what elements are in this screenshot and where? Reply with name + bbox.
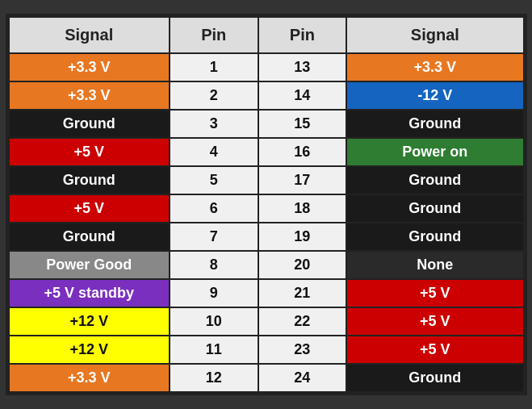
header-pin-right: Pin bbox=[258, 17, 347, 53]
right-signal-cell: +5 V bbox=[346, 336, 523, 364]
pin-right-cell: 21 bbox=[258, 279, 347, 307]
left-signal-cell: +5 V bbox=[9, 194, 170, 223]
pin-left-cell: 8 bbox=[170, 251, 258, 279]
pin-left-cell: 4 bbox=[170, 138, 258, 166]
left-signal-cell: +3.3 V bbox=[9, 53, 170, 81]
left-signal-cell: Power Good bbox=[9, 251, 170, 279]
pin-right-cell: 14 bbox=[258, 81, 347, 110]
header-pin-left: Pin bbox=[170, 17, 258, 53]
left-signal-cell: +3.3 V bbox=[9, 364, 170, 392]
pin-right-cell: 22 bbox=[258, 307, 347, 336]
pin-right-cell: 23 bbox=[258, 336, 347, 364]
table-row: Ground517Ground bbox=[9, 166, 524, 194]
left-signal-cell: Ground bbox=[9, 110, 170, 138]
pin-left-cell: 1 bbox=[170, 53, 258, 81]
right-signal-cell: None bbox=[346, 251, 523, 279]
left-signal-cell: +12 V bbox=[9, 307, 170, 336]
pin-left-cell: 2 bbox=[170, 81, 258, 110]
pin-left-cell: 9 bbox=[170, 279, 258, 307]
table-row: +5 V416Power on bbox=[9, 138, 524, 166]
left-signal-cell: +12 V bbox=[9, 336, 170, 364]
table-row: +12 V1022+5 V bbox=[9, 307, 524, 336]
table-row: Power Good820None bbox=[9, 251, 524, 279]
header-signal-left: Signal bbox=[9, 17, 170, 53]
table-row: Ground719Ground bbox=[9, 223, 524, 251]
header-signal-right: Signal bbox=[346, 17, 523, 53]
table-row: +5 V standby921+5 V bbox=[9, 279, 524, 307]
table-row: +3.3 V113+3.3 V bbox=[9, 53, 524, 81]
pin-right-cell: 17 bbox=[258, 166, 347, 194]
pin-left-cell: 12 bbox=[170, 364, 258, 392]
pin-left-cell: 7 bbox=[170, 223, 258, 251]
right-signal-cell: Ground bbox=[346, 223, 523, 251]
pin-left-cell: 11 bbox=[170, 336, 258, 364]
right-signal-cell: Ground bbox=[346, 364, 523, 392]
table-row: +3.3 V1224Ground bbox=[9, 364, 524, 392]
left-signal-cell: +5 V standby bbox=[9, 279, 170, 307]
table-row: +3.3 V214-12 V bbox=[9, 81, 524, 110]
left-signal-cell: Ground bbox=[9, 223, 170, 251]
table-row: Ground315Ground bbox=[9, 110, 524, 138]
right-signal-cell: +5 V bbox=[346, 279, 523, 307]
pin-right-cell: 20 bbox=[258, 251, 347, 279]
pin-right-cell: 13 bbox=[258, 53, 347, 81]
pin-right-cell: 19 bbox=[258, 223, 347, 251]
pin-left-cell: 5 bbox=[170, 166, 258, 194]
right-signal-cell: Ground bbox=[346, 194, 523, 223]
pin-left-cell: 6 bbox=[170, 194, 258, 223]
right-signal-cell: +3.3 V bbox=[346, 53, 523, 81]
left-signal-cell: +3.3 V bbox=[9, 81, 170, 110]
atx-connector-table: Signal Pin Pin Signal +3.3 V113+3.3 V+3.… bbox=[6, 14, 527, 395]
pin-right-cell: 15 bbox=[258, 110, 347, 138]
pin-left-cell: 3 bbox=[170, 110, 258, 138]
left-signal-cell: +5 V bbox=[9, 138, 170, 166]
pin-right-cell: 16 bbox=[258, 138, 347, 166]
right-signal-cell: +5 V bbox=[346, 307, 523, 336]
right-signal-cell: Ground bbox=[346, 110, 523, 138]
header-row: Signal Pin Pin Signal bbox=[9, 17, 524, 53]
pin-right-cell: 18 bbox=[258, 194, 347, 223]
pin-right-cell: 24 bbox=[258, 364, 347, 392]
right-signal-cell: Ground bbox=[346, 166, 523, 194]
left-signal-cell: Ground bbox=[9, 166, 170, 194]
right-signal-cell: Power on bbox=[346, 138, 523, 166]
pin-left-cell: 10 bbox=[170, 307, 258, 336]
table-row: +12 V1123+5 V bbox=[9, 336, 524, 364]
table-row: +5 V618Ground bbox=[9, 194, 524, 223]
right-signal-cell: -12 V bbox=[346, 81, 523, 110]
